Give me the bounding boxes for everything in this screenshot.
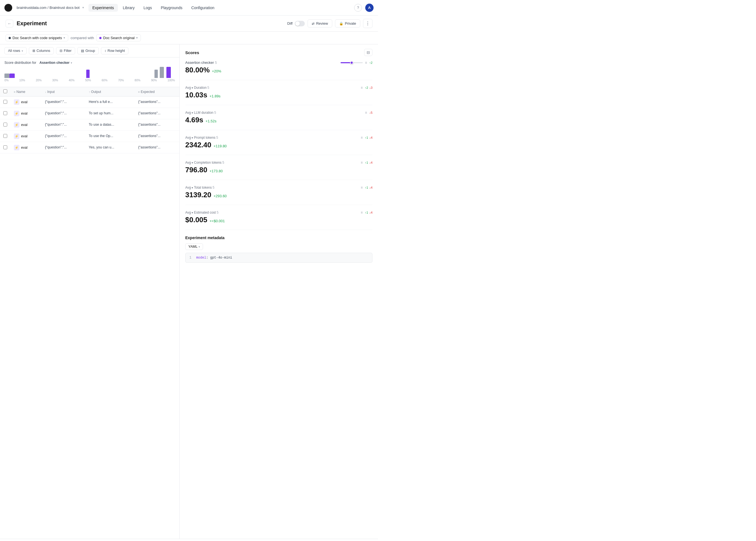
row-expected: {"assertions"...: [138, 134, 160, 138]
row-checkbox[interactable]: [3, 100, 7, 104]
row-expected-cell[interactable]: {"assertions"...: [135, 142, 180, 154]
score-filter-icon[interactable]: ≡: [361, 186, 363, 190]
score-count: 5: [216, 136, 218, 140]
row-expected-cell[interactable]: {"assertions"...: [135, 108, 180, 119]
score-card-title: Assertion checker 5: [185, 61, 217, 65]
row-checkbox-cell[interactable]: [0, 108, 11, 119]
nav-up[interactable]: ↑1: [365, 186, 368, 189]
score-value: 2342.40: [185, 141, 211, 149]
row-output-cell[interactable]: To set up hum...: [85, 108, 135, 119]
scores-filter-button[interactable]: ⊟: [364, 49, 372, 56]
chart-x-axis: 0% 10% 20% 30% 40% 50% 60% 70% 80% 90% 1…: [4, 79, 175, 82]
score-filter-icon[interactable]: ≡: [361, 161, 363, 165]
filter-button[interactable]: ⊟ Filter: [56, 47, 75, 54]
score-filter-icon[interactable]: ≡: [361, 211, 363, 215]
row-expected-cell[interactable]: {"assertions"...: [135, 119, 180, 131]
nav-right: ? A: [354, 4, 374, 12]
more-options-button[interactable]: ⋮: [363, 19, 372, 28]
th-output-icon: ↑: [89, 90, 90, 94]
score-slider[interactable]: [341, 62, 363, 63]
row-name-cell[interactable]: ⚡ eval: [11, 119, 42, 131]
score-avg-label: Avg ▾ LLM duration 5: [185, 111, 216, 115]
row-output-cell[interactable]: To use a datas...: [85, 119, 135, 131]
all-rows-button[interactable]: All rows ▾: [4, 47, 27, 54]
row-expected-cell[interactable]: {"assertions"...: [135, 97, 180, 108]
row-checkbox-cell[interactable]: [0, 97, 11, 108]
nav-configuration[interactable]: Configuration: [188, 4, 218, 12]
review-button[interactable]: ⇄ Review: [307, 19, 332, 27]
row-checkbox-cell[interactable]: [0, 119, 11, 131]
table-row[interactable]: ⚡ eval {"question":"... To use a datas..…: [0, 119, 180, 131]
score-value-row: 796.80 +173.80: [185, 166, 372, 174]
nav-up[interactable]: ↑2: [369, 61, 372, 64]
th-input[interactable]: ↓ Input: [42, 87, 85, 97]
lock-icon: 🔒: [339, 22, 343, 26]
row-input-cell[interactable]: {"question":"...: [42, 97, 85, 108]
nav-up[interactable]: ↑1: [365, 136, 368, 139]
row-output-cell[interactable]: Yes, you can u...: [85, 142, 135, 154]
score-actions: ≡ ↑1 ↓4: [361, 186, 372, 190]
score-filter-icon[interactable]: ≡: [365, 111, 367, 115]
help-icon[interactable]: ?: [354, 4, 362, 12]
nav-up[interactable]: ↑1: [365, 211, 368, 214]
group-button[interactable]: ▤ Group: [77, 47, 99, 54]
nav-logs[interactable]: Logs: [140, 4, 156, 12]
nav-down[interactable]: ↓5: [369, 111, 372, 114]
table-row[interactable]: ⚡ eval {"question":"... To use the Op...…: [0, 131, 180, 142]
score-card: Avg ▾ Completion tokens 5 ≡ ↑1 ↓4 796.80…: [185, 161, 372, 180]
row-checkbox[interactable]: [3, 145, 7, 149]
score-filter-icon[interactable]: ≡: [365, 61, 367, 65]
avatar[interactable]: A: [365, 4, 374, 12]
nav-library[interactable]: Library: [119, 4, 139, 12]
row-name-cell[interactable]: ⚡ eval: [11, 142, 42, 154]
table-row[interactable]: ⚡ eval {"question":"... Here's a full e.…: [0, 97, 180, 108]
nav-up[interactable]: ↑1: [365, 161, 368, 164]
row-name-cell[interactable]: ⚡ eval: [11, 97, 42, 108]
th-name[interactable]: ≡ Name: [11, 87, 42, 97]
diff-toggle-switch[interactable]: [295, 21, 305, 26]
score-name: Completion tokens: [194, 161, 221, 165]
row-input-cell[interactable]: {"question":"...: [42, 142, 85, 154]
row-name-cell[interactable]: ⚡ eval: [11, 131, 42, 142]
chart-bar: [155, 70, 158, 78]
score-nav: ↑2 ↓3: [365, 86, 372, 89]
th-output[interactable]: ↑ Output: [85, 87, 135, 97]
nav-experiments[interactable]: Experiments: [89, 4, 118, 12]
th-checkbox[interactable]: [0, 87, 11, 97]
nav-up[interactable]: ↑2: [365, 86, 368, 89]
table-row[interactable]: ⚡ eval {"question":"... Yes, you can u..…: [0, 142, 180, 154]
row-checkbox-cell[interactable]: [0, 131, 11, 142]
nav-playgrounds[interactable]: Playgrounds: [157, 4, 187, 12]
row-output-cell[interactable]: To use the Op...: [85, 131, 135, 142]
th-expected[interactable]: ≡ Expected: [135, 87, 180, 97]
table-row[interactable]: ⚡ eval {"question":"... To set up hum...…: [0, 108, 180, 119]
back-button[interactable]: ←: [6, 20, 13, 27]
score-value-row: 80.00% +20%: [185, 66, 372, 74]
row-checkbox[interactable]: [3, 134, 7, 138]
row-expected-cell[interactable]: {"assertions"...: [135, 131, 180, 142]
nav-down[interactable]: ↓4: [369, 211, 372, 214]
score-filter-icon[interactable]: ≡: [361, 136, 363, 140]
row-input-cell[interactable]: {"question":"...: [42, 131, 85, 142]
row-output-cell[interactable]: Here's a full e...: [85, 97, 135, 108]
row-checkbox-cell[interactable]: [0, 142, 11, 154]
row-input-cell[interactable]: {"question":"...: [42, 119, 85, 131]
select-all-checkbox[interactable]: [3, 89, 7, 93]
nav-down[interactable]: ↓3: [369, 86, 372, 89]
row-height-button[interactable]: ↕ Row height: [101, 47, 129, 54]
nav-down[interactable]: ↓4: [369, 136, 372, 139]
row-name-cell[interactable]: ⚡ eval: [11, 108, 42, 119]
row-checkbox[interactable]: [3, 123, 7, 127]
nav-down[interactable]: ↓4: [369, 161, 372, 164]
private-button[interactable]: 🔒 Private: [335, 19, 360, 27]
row-name: eval: [21, 146, 27, 150]
row-input-cell[interactable]: {"question":"...: [42, 108, 85, 119]
row-checkbox[interactable]: [3, 111, 7, 115]
current-experiment-chip[interactable]: Doc Search with code snippets ▾: [6, 34, 68, 41]
baseline-chevron: ▾: [136, 36, 138, 40]
score-filter-icon[interactable]: ≡: [361, 86, 363, 90]
baseline-experiment-chip[interactable]: Doc Search original ▾: [96, 34, 141, 41]
columns-button[interactable]: ⊞ Columns: [29, 47, 54, 54]
yaml-selector[interactable]: YAML ▾: [185, 243, 203, 250]
nav-down[interactable]: ↓4: [369, 186, 372, 189]
